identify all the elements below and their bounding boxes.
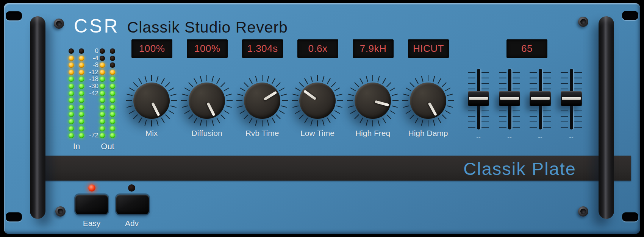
slider-tick: [499, 89, 506, 89]
knob-label-low-time: Low Time: [287, 129, 348, 138]
meter-in-label: In: [63, 142, 90, 151]
knob-pointer: [263, 91, 277, 101]
meter-led-out-left: [100, 105, 105, 110]
meter-scale-label: -8: [83, 61, 98, 69]
slider-group-display[interactable]: 65: [506, 39, 547, 58]
screw-top-right: [578, 17, 588, 27]
slider-tick: [499, 78, 506, 78]
knob-high-damp[interactable]: [402, 74, 455, 127]
slider-tick: [561, 72, 568, 73]
meter-led-in-right: [79, 126, 84, 131]
easy-button-label: Easy: [73, 219, 111, 228]
slider-tick: [481, 122, 489, 122]
slider-tick: [481, 116, 489, 117]
csr-plugin-window: { "header": { "title_abbr": "CSR", "titl…: [0, 0, 644, 237]
slider-label-slider-3: --: [529, 133, 552, 141]
meter-led-in-left: [69, 48, 74, 54]
slider-handle-slider-3[interactable]: [530, 91, 551, 106]
slider-tick: [530, 127, 537, 128]
meter-led-in-left: [69, 84, 74, 89]
slider-tick: [561, 83, 568, 84]
easy-button[interactable]: [75, 195, 108, 214]
slider-handle-stripe: [469, 97, 488, 100]
rack-hole-top-right: [622, 11, 638, 20]
slider-tick: [530, 72, 537, 73]
slider-tick: [499, 111, 506, 111]
slider-handle-slider-4[interactable]: [561, 91, 582, 106]
knob-mix[interactable]: [125, 74, 178, 127]
meter-led-out-right: [110, 91, 115, 96]
slider-tick: [574, 122, 582, 122]
meter-led-out-left: [100, 76, 105, 82]
slider-tick: [513, 72, 520, 73]
slider-tick: [543, 122, 551, 122]
meter-led-out-right: [110, 48, 115, 54]
slider-tick: [530, 116, 537, 117]
meter-led-out-left: [100, 112, 105, 117]
slider-handle-slider-2[interactable]: [499, 91, 520, 106]
meter-led-in-left: [69, 133, 74, 138]
meter-led-out-right: [110, 98, 115, 103]
rack-hole-bottom-left: [6, 212, 22, 221]
preset-name[interactable]: Classik Plate: [463, 158, 576, 179]
display-mix[interactable]: 100%: [131, 39, 172, 58]
meter-led-in-left: [69, 126, 74, 131]
knob-diffusion[interactable]: [180, 74, 233, 127]
slider-tick: [499, 127, 506, 128]
meter-led-in-left: [69, 76, 74, 82]
slider-label-slider-2: --: [498, 133, 521, 141]
slider-tick: [468, 122, 475, 122]
meter-led-out-right: [110, 112, 115, 117]
slider-tick: [513, 111, 520, 111]
knob-label-high-freq: High Freq: [342, 129, 403, 138]
display-high-freq[interactable]: 7.9kH: [353, 39, 394, 58]
meter-led-out-right: [110, 56, 115, 61]
slider-tick: [513, 89, 520, 89]
rack-hole-top-left: [6, 11, 22, 20]
display-diffusion[interactable]: 100%: [187, 39, 228, 58]
slider-tick: [481, 127, 489, 128]
screw-pit: [580, 19, 586, 25]
slider-tick: [513, 116, 520, 117]
screw-pit: [58, 209, 63, 214]
slider-tick: [468, 111, 475, 111]
slider-tick: [513, 78, 520, 78]
slider-tick: [543, 116, 551, 117]
slider-handle-slider-1[interactable]: [468, 91, 489, 106]
slider-group-display-value: 65: [521, 43, 533, 55]
display-rvb-time[interactable]: 1.304s: [242, 39, 283, 58]
meter-led-out-left: [100, 119, 105, 124]
display-value-diffusion: 100%: [194, 43, 220, 55]
slider-tick: [513, 83, 520, 84]
meter-led-out-right: [110, 105, 115, 110]
slider-tick: [574, 83, 582, 84]
display-high-damp[interactable]: HICUT: [408, 39, 449, 58]
slider-tick: [499, 83, 506, 84]
slider-tick: [468, 127, 475, 128]
meter-led-out-left: [100, 84, 105, 89]
knob-rvb-time[interactable]: [236, 74, 289, 127]
screw-bottom-left: [55, 206, 66, 217]
slider-tick: [574, 127, 582, 128]
meter-out-label: Out: [94, 142, 121, 151]
slider-label-slider-4: --: [560, 133, 583, 141]
knob-label-mix: Mix: [121, 129, 182, 138]
meter-led-out-left: [100, 133, 105, 138]
slider-tick: [561, 78, 568, 78]
meter-led-in-right: [79, 112, 84, 117]
slider-tick: [543, 127, 551, 128]
knob-high-freq[interactable]: [346, 74, 399, 127]
adv-button[interactable]: [116, 195, 149, 214]
slider-tick: [499, 122, 506, 122]
meter-led-out-right: [110, 62, 115, 68]
slider-tick: [481, 111, 489, 111]
meter-scale-label: 0: [83, 47, 98, 55]
display-low-time[interactable]: 0.6x: [297, 39, 338, 58]
knob-label-rvb-time: Rvb Time: [232, 129, 292, 138]
knob-low-time[interactable]: [291, 74, 344, 127]
meter-led-in-left: [69, 62, 74, 68]
meter-led-out-left: [100, 98, 105, 103]
slider-tick: [481, 83, 489, 84]
slider-tick: [574, 72, 582, 73]
screw-top-left: [54, 19, 64, 29]
